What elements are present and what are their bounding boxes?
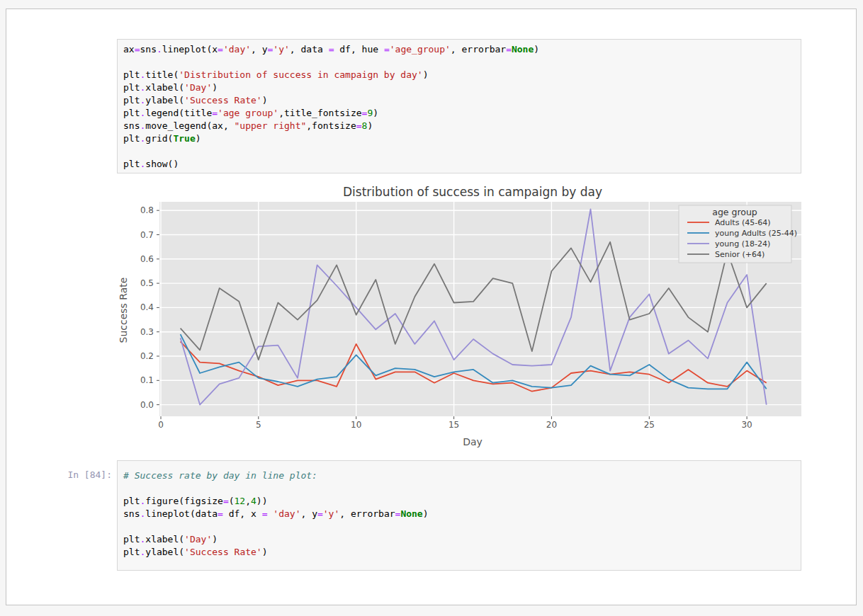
y-tick-label: 0.1 (140, 375, 154, 385)
line-chart: 0510152025300.00.10.20.30.40.50.60.70.8D… (117, 178, 801, 456)
x-tick-label: 30 (741, 420, 752, 430)
code-line: # Success rate by day in line plot: (123, 469, 795, 482)
y-tick-label: 0.4 (140, 302, 154, 312)
code-line: sns.lineplot(data= df, x = 'day', y='y',… (123, 508, 795, 520)
x-tick-label: 0 (158, 420, 164, 430)
code-line: ax=sns.lineplot(x='day', y='y', data = d… (123, 43, 795, 56)
code-line: plt.ylabel('Success Rate') (123, 94, 795, 107)
y-axis-label: Success Rate (118, 278, 129, 343)
x-axis-label: Day (463, 436, 483, 447)
code-cell-input-bottom[interactable]: # Success rate by day in line plot:plt.f… (117, 460, 801, 571)
code-line: plt.xlabel('Day') (123, 533, 795, 546)
y-axis: 0.00.10.20.30.40.50.60.70.8 (140, 205, 159, 409)
legend-title: age group (712, 207, 757, 217)
code-line (123, 145, 795, 158)
code-line: plt.legend(title='age group',title_fonts… (123, 107, 795, 120)
code-line: plt.grid(True) (123, 132, 795, 145)
code-line (123, 520, 795, 533)
legend-label: young Adults (25-44) (715, 229, 797, 238)
y-tick-label: 0.7 (140, 230, 154, 240)
legend: age groupAdults (45-64)young Adults (25-… (679, 205, 797, 263)
y-tick-label: 0.3 (140, 327, 154, 337)
code-line: plt.title('Distribution of success in ca… (123, 69, 795, 81)
y-tick-label: 0.2 (140, 351, 154, 361)
figure-output: 0510152025300.00.10.20.30.40.50.60.70.8D… (117, 178, 801, 456)
y-tick-label: 0.8 (140, 205, 154, 215)
x-tick-label: 20 (546, 420, 557, 430)
legend-label: Senior (+64) (715, 250, 765, 259)
code-line: plt.xlabel('Day') (123, 81, 795, 94)
code-cell-input-top[interactable]: ax=sns.lineplot(x='day', y='y', data = d… (117, 39, 801, 173)
y-tick-label: 0.6 (140, 254, 154, 264)
x-tick-label: 15 (449, 420, 459, 430)
code-line: sns.move_legend(ax, "upper right",fontsi… (123, 120, 795, 132)
legend-label: young (18-24) (715, 239, 770, 249)
y-tick-label: 0.5 (140, 278, 154, 288)
code-line (123, 482, 795, 495)
x-axis: 051015202530 (158, 416, 752, 430)
code-line: plt.show() (123, 158, 795, 171)
code-line: plt.ylabel('Success Rate') (123, 546, 795, 559)
x-tick-label: 25 (644, 420, 655, 430)
code-line: plt.figure(figsize=(12,4)) (123, 495, 795, 508)
legend-label: Adults (45-64) (715, 218, 770, 227)
x-tick-label: 10 (351, 420, 361, 430)
y-tick-label: 0.0 (140, 400, 154, 410)
chart-title: Distribution of success in campaign by d… (343, 185, 602, 199)
code-line (123, 56, 795, 69)
x-tick-label: 5 (256, 420, 261, 430)
input-prompt: In [84]: (62, 469, 112, 481)
page: { "notebook": { "prompt_bottom": "In [84… (0, 0, 863, 616)
